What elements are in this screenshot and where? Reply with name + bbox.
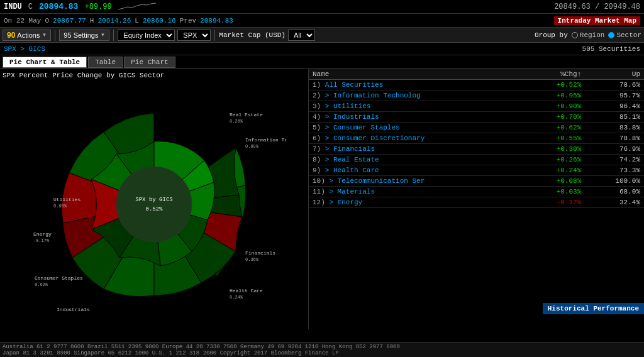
- energy-label: Energy: [33, 231, 52, 237]
- table-row[interactable]: 3) > Utilities+0.90%96.4%: [309, 101, 644, 112]
- util-label: Utilities: [53, 197, 80, 202]
- row-number: 1) All Securities: [309, 80, 526, 91]
- row-name: Consumer Staples: [333, 124, 400, 131]
- ticker-date: On 22 May: [4, 17, 41, 25]
- pie-center-value: 0.52%: [145, 206, 163, 212]
- breadcrumb-bar: SPX > GICS 505 Securities: [0, 43, 644, 55]
- row-name: Materials: [338, 188, 375, 195]
- row-number: 11) > Materials: [309, 187, 526, 197]
- row-up: 76.9%: [585, 144, 644, 155]
- market-cap-select[interactable]: All: [288, 30, 315, 41]
- row-up: 32.4%: [585, 197, 644, 208]
- row-up: 100.0%: [585, 176, 644, 187]
- ticker-price: 20894.83: [39, 2, 78, 11]
- row-name: Industrials: [333, 113, 379, 121]
- row-change: +0.95%: [526, 91, 586, 101]
- row-number: 6) > Consumer Discretionary: [309, 133, 526, 144]
- row-up: 74.2%: [585, 155, 644, 165]
- expand-arrow-icon[interactable]: >: [325, 102, 333, 110]
- row-name: Information Technolog: [333, 92, 421, 99]
- it-label: Information Technology: [245, 137, 286, 143]
- row-number: 7) > Financials: [309, 144, 526, 155]
- row-number: 3) > Utilities: [309, 101, 526, 112]
- expand-arrow-icon[interactable]: >: [325, 156, 333, 163]
- left-panel: SPX Percent Price Change by GICS Sector: [0, 69, 308, 329]
- row-up: 95.7%: [585, 91, 644, 101]
- cs-label: Consumer Staples: [35, 275, 83, 281]
- row-name: Health Care: [333, 167, 379, 174]
- up-header: Up: [585, 69, 644, 80]
- expand-arrow-icon[interactable]: >: [325, 113, 333, 121]
- region-label: Region: [580, 31, 605, 39]
- row-name: Consumer Discretionary: [333, 135, 425, 142]
- table-row[interactable]: 8) > Real Estate+0.26%74.2%: [309, 155, 644, 165]
- sector-radio-icon: [608, 32, 614, 38]
- table-row[interactable]: 5) > Consumer Staples+0.62%83.8%: [309, 123, 644, 133]
- table-row[interactable]: 7) > Financials+0.30%76.9%: [309, 144, 644, 155]
- pie-chart-area: SPX by GICS 0.52% Information Technology…: [3, 82, 306, 327]
- settings-label: 95 Settings: [64, 31, 98, 39]
- actions-count: 90: [7, 31, 15, 40]
- table-row[interactable]: 2) > Information Technolog+0.95%95.7%: [309, 91, 644, 101]
- svg-text:0.24%: 0.24%: [230, 295, 243, 300]
- svg-text:0.90%: 0.90%: [53, 204, 67, 209]
- fin-label: Financials: [245, 250, 275, 256]
- row-up: 78.8%: [585, 133, 644, 144]
- toolbar-separator: [55, 30, 55, 41]
- row-change: -0.17%: [526, 197, 586, 208]
- prev-value: 20894.83: [200, 17, 233, 25]
- svg-text:0.95%: 0.95%: [245, 144, 259, 149]
- expand-arrow-icon[interactable]: >: [329, 199, 337, 206]
- row-up: 96.4%: [585, 101, 644, 112]
- table-row[interactable]: 10) > Telecommunication Ser+0.08%100.0%: [309, 176, 644, 187]
- actions-button[interactable]: 90 Actions ▼: [3, 30, 51, 41]
- breadcrumb: SPX > GICS: [4, 45, 45, 53]
- region-radio-icon: [572, 32, 578, 38]
- region-radio[interactable]: Region: [572, 31, 605, 39]
- equity-select[interactable]: Equity Index: [118, 30, 175, 41]
- ticker-sparkline: [118, 2, 156, 12]
- tab-pie-chart[interactable]: Pie Chart: [124, 57, 175, 68]
- market-cap-label: Market Cap (USD): [219, 31, 286, 39]
- row-number: 8) > Real Estate: [309, 155, 526, 165]
- expand-arrow-icon[interactable]: >: [325, 124, 333, 131]
- expand-arrow-icon[interactable]: >: [329, 188, 337, 195]
- svg-text:-0.17%: -0.17%: [33, 238, 50, 243]
- table-row[interactable]: 6) > Consumer Discretionary+0.55%78.8%: [309, 133, 644, 144]
- row-change: +0.90%: [526, 101, 586, 112]
- row-number: 10) > Telecommunication Ser: [309, 176, 526, 187]
- row-change: +0.30%: [526, 144, 586, 155]
- chart-title: SPX Percent Price Change by GICS Sector: [3, 72, 306, 79]
- ticker-range: 20849.63 / 20949.48: [554, 3, 640, 11]
- expand-arrow-icon[interactable]: >: [325, 145, 333, 153]
- row-number: 9) > Health Care: [309, 165, 526, 176]
- tab-pie-chart-table[interactable]: Pie Chart & Table: [3, 57, 87, 68]
- prev-label: Prev: [180, 17, 196, 25]
- expand-arrow-icon[interactable]: >: [325, 92, 333, 99]
- expand-arrow-icon[interactable]: >: [325, 135, 333, 142]
- tab-table[interactable]: Table: [88, 57, 123, 68]
- expand-arrow-icon[interactable]: >: [325, 167, 333, 174]
- equity-filter-group: Equity Index SPX: [118, 30, 211, 41]
- expand-arrow-icon[interactable]: >: [329, 177, 337, 185]
- row-number: 2) > Information Technolog: [309, 91, 526, 101]
- table-row[interactable]: 11) > Materials+0.03%68.0%: [309, 187, 644, 197]
- table-row[interactable]: 9) > Health Care+0.24%73.3%: [309, 165, 644, 176]
- o-value: 20867.77: [53, 17, 86, 25]
- sector-radio[interactable]: Sector: [608, 31, 641, 39]
- row-change: +0.26%: [526, 155, 586, 165]
- row-up: 68.0%: [585, 187, 644, 197]
- table-row[interactable]: 4) > Industrials+0.70%85.1%: [309, 112, 644, 123]
- table-row[interactable]: 12) > Energy-0.17%32.4%: [309, 197, 644, 208]
- toolbar-separator2: [113, 30, 114, 41]
- row-name: Utilities: [333, 102, 370, 110]
- table-row[interactable]: 1) All Securities+0.52%78.6%: [309, 80, 644, 91]
- row-name: Financials: [333, 145, 375, 153]
- main-content: SPX Percent Price Change by GICS Sector: [0, 69, 644, 329]
- historical-performance-button[interactable]: Historical Performance: [543, 303, 644, 314]
- pie-chart-svg: SPX by GICS 0.52% Information Technology…: [22, 97, 286, 311]
- h-label: H: [90, 17, 94, 25]
- settings-button[interactable]: 95 Settings ▼: [59, 30, 109, 41]
- index-select[interactable]: SPX: [177, 30, 211, 41]
- l-label: L: [135, 17, 139, 25]
